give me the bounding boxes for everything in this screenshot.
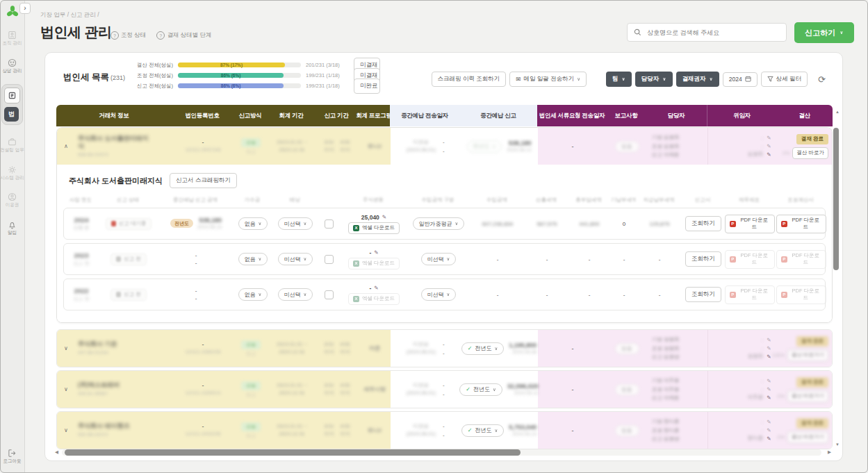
report-scraping-button[interactable]: 신고서 스크래핑하기 [170, 173, 237, 188]
search-input[interactable] [646, 28, 780, 37]
unselected-dropdown[interactable]: 미선택∨ [421, 253, 457, 265]
prev-year-dropdown[interactable]: ✓전년도∨ [461, 424, 504, 437]
horizontal-scrollbar-thumb[interactable] [65, 449, 521, 456]
interim-date: 2024.06.08 [512, 349, 537, 355]
edit-icon[interactable]: ✎ [767, 419, 771, 425]
team-filter-button[interactable]: 팀∨ [606, 72, 632, 87]
check-icon: ✓ [468, 427, 473, 433]
edit-icon[interactable]: ✎ [767, 354, 771, 360]
horizontal-scrollbar[interactable] [62, 449, 821, 456]
manager-filter-button[interactable]: 담당자∨ [635, 72, 673, 87]
settlement-shortcut-button[interactable]: 결산 바로가기 [787, 349, 828, 361]
scroll-down-icon[interactable]: ▼ [835, 442, 840, 447]
mail-bulk-send-button[interactable]: ✉메일 일괄 전송하기∨ [509, 72, 587, 87]
query-button[interactable]: 조회하기 [685, 216, 721, 231]
none-dropdown[interactable]: 없음∨ [238, 288, 268, 301]
accounting-program: 위니2 [368, 426, 382, 434]
sidebar-item-label: 시스템 관리 [0, 176, 24, 181]
settlement-shortcut-button[interactable]: 결산 바로가기 [787, 431, 828, 443]
scroll-right-icon[interactable]: ▶ [828, 449, 831, 455]
edit-icon[interactable]: ✎ [767, 143, 771, 149]
col-report-items: 보고사항 [607, 105, 646, 126]
vertical-scrollbar[interactable] [833, 108, 839, 448]
progress-row: 신고 전체(성실) 86% (6%) 199/231 (1/18) 미완료 [129, 81, 380, 91]
chevron-down-icon: ∨ [662, 76, 666, 82]
refresh-icon[interactable]: ⟳ [814, 74, 830, 85]
chevron-down-icon[interactable]: ∨ [64, 427, 68, 433]
sidebar-item-label: 법 [8, 110, 15, 119]
company-row[interactable]: ∨ 주식회사 기온447-86-01234 -110111-0384206 성실… [56, 329, 833, 367]
none-dropdown[interactable]: 없음∨ [238, 253, 268, 265]
edit-icon[interactable]: ✎ [767, 337, 771, 343]
company-row[interactable]: ∨ (주)엑스트레버409-81-55567 -110111-0284514 성… [56, 370, 833, 408]
company-row-expanded[interactable]: ∧ 주식회사 도서출판미래지식 808-86-01573 -110111-009… [57, 128, 832, 165]
edit-icon[interactable]: ✎ [374, 249, 378, 256]
edit-icon[interactable]: ✎ [767, 345, 771, 351]
sidebar-expand-button[interactable]: › [19, 3, 31, 14]
detail-company-name: 주식회사 도서출판미래지식 [69, 176, 163, 186]
company-row[interactable]: ∨ 주식회사 에이첸즈592-88-02072 -110111-0493208 … [56, 411, 833, 449]
edit-icon[interactable]: ✎ [767, 427, 771, 433]
scroll-left-icon[interactable]: ◀ [55, 449, 58, 455]
report-button[interactable]: 신고하기 ∨ [794, 22, 854, 43]
row-checkbox[interactable] [325, 219, 334, 229]
edit-icon[interactable]: ✎ [767, 395, 771, 401]
report-period: 3/31까지4/30까지 [316, 371, 359, 408]
sidebar-item-consulting[interactable]: 컨설팅 업무 [0, 138, 24, 153]
none-dropdown[interactable]: 없음∨ [238, 217, 268, 230]
edit-icon[interactable]: ✎ [767, 151, 771, 158]
detail-filter-button[interactable]: 상세 필터 [761, 72, 808, 87]
edit-icon[interactable]: ✎ [767, 386, 771, 392]
unselected-dropdown[interactable]: 미선택∨ [421, 288, 457, 301]
weighted-average-dropdown[interactable]: 일반가중평균∨ [413, 217, 465, 230]
edit-icon[interactable]: ✎ [382, 214, 386, 220]
prev-year-badge: 전년도 [170, 219, 193, 228]
business-number: 592-88-02072 [78, 432, 108, 438]
payable-tax: 125,875 [637, 219, 682, 229]
sidebar-item-label: 이용권 [6, 203, 19, 208]
col-report-period: 신고 기간 [315, 105, 358, 126]
pdf-download-button[interactable]: PPDF 다운로드 [776, 215, 826, 233]
settlement-shortcut-button[interactable]: 결산 바로가 [792, 147, 828, 159]
unselected-dropdown[interactable]: 미선택∨ [278, 217, 313, 230]
sidebar-item-org[interactable]: 조직 관리 [3, 31, 22, 46]
incomplete-filter-button[interactable]: 미완료 [354, 78, 380, 94]
chevron-down-icon[interactable]: ∨ [64, 345, 68, 351]
sidebar-item-license[interactable]: 이용권 [6, 192, 19, 208]
edit-icon[interactable]: ✎ [767, 378, 771, 384]
row-checkbox[interactable] [325, 255, 334, 264]
prev-year-dropdown[interactable]: 전년도∨ [467, 140, 502, 153]
calendar-icon [745, 76, 751, 83]
sidebar-item-consult[interactable]: 상담 관리 [3, 58, 22, 74]
report-period: 3/31까지 4/30까지 [316, 128, 359, 165]
edit-icon[interactable]: ✎ [374, 285, 378, 291]
scraping-history-button[interactable]: 스크래핑 이력 조회하기 [432, 72, 507, 87]
approver-filter-button[interactable]: 결재권자∨ [676, 72, 719, 87]
pdf-download-button[interactable]: PPDF 다운로드 [725, 215, 775, 233]
chevron-up-icon[interactable]: ∧ [64, 143, 68, 149]
chevron-down-icon[interactable]: ∨ [64, 386, 68, 392]
sidebar-logout[interactable]: 로그아웃 [3, 449, 22, 464]
sidebar-item-label: 로그아웃 [3, 459, 22, 464]
settlement-shortcut-button[interactable]: 결산 바로가기 [787, 390, 828, 402]
query-button[interactable]: 조회하기 [685, 251, 721, 267]
excel-download-button[interactable]: X엑셀 다운로드 [348, 222, 400, 234]
edit-icon[interactable]: ✎ [767, 435, 771, 442]
vertical-scrollbar-thumb[interactable] [833, 128, 839, 270]
query-button[interactable]: 조회하기 [685, 287, 721, 302]
edit-icon[interactable]: ✎ [767, 135, 771, 141]
sidebar-item-bookkeeping[interactable] [4, 88, 20, 103]
year-picker-button[interactable]: 2024 [723, 72, 758, 87]
sidebar-item-corporate-tax[interactable]: 법 [4, 107, 19, 122]
sidebar-item-notifications[interactable]: 알림 [8, 220, 17, 235]
excel-icon: X [353, 296, 359, 302]
col-program: 회계 프로그램 [358, 105, 390, 126]
prev-year-dropdown[interactable]: ✓전년도∨ [459, 383, 502, 396]
accounting-program: 위니2 [368, 142, 382, 150]
prev-year-dropdown[interactable]: ✓전년도∨ [461, 342, 504, 355]
unselected-dropdown[interactable]: 미선택∨ [278, 288, 313, 301]
corp-reg-no: 110111-0097245 [185, 147, 220, 153]
unselected-dropdown[interactable]: 미선택∨ [278, 253, 313, 265]
sidebar-item-system[interactable]: 시스템 관리 [0, 165, 24, 181]
row-checkbox[interactable] [325, 290, 334, 299]
